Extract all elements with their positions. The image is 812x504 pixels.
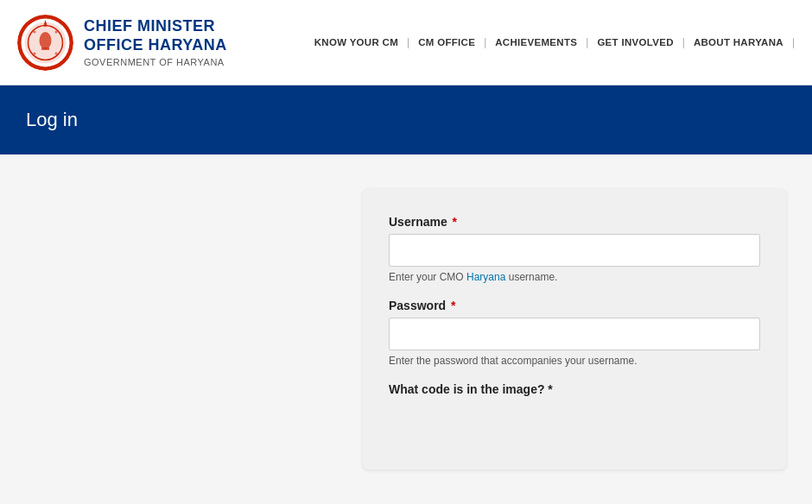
svg-rect-5: [41, 47, 49, 50]
password-group: Password * Enter the password that accom…: [389, 299, 760, 367]
org-title: CHIEF MINISTER OFFICE HARYANA: [84, 17, 227, 54]
captcha-question: What code is in the image? *: [389, 382, 760, 396]
nav-sep-5: |: [792, 36, 795, 48]
password-input[interactable]: [389, 318, 760, 350]
site-header: CHIEF MINISTER OFFICE HARYANA GOVERNMENT…: [0, 0, 812, 85]
emblem-logo: [17, 15, 73, 71]
login-form-container: Username * Enter your CMO Haryana userna…: [363, 189, 786, 469]
nav-about-haryana[interactable]: ABOUT HARYANA: [685, 37, 792, 47]
username-group: Username * Enter your CMO Haryana userna…: [389, 215, 760, 283]
username-input[interactable]: [389, 234, 760, 267]
nav-know-cm[interactable]: KNOW YOUR CM: [306, 37, 407, 47]
svg-point-7: [44, 23, 48, 27]
svg-point-10: [34, 52, 36, 54]
main-content: Username * Enter your CMO Haryana userna…: [0, 154, 812, 504]
username-label: Username *: [389, 215, 760, 229]
haryana-link[interactable]: Haryana: [466, 271, 505, 283]
captcha-group: What code is in the image? *: [389, 382, 760, 396]
main-nav: KNOW YOUR CM | CM OFFICE | ACHIEVEMENTS …: [306, 36, 795, 48]
svg-point-4: [40, 32, 52, 49]
org-text: CHIEF MINISTER OFFICE HARYANA GOVERNMENT…: [84, 17, 227, 66]
page-banner: Log in: [0, 85, 812, 154]
nav-get-involved[interactable]: GET INVOLVED: [588, 37, 682, 47]
logo-area: CHIEF MINISTER OFFICE HARYANA GOVERNMENT…: [17, 15, 259, 71]
username-hint: Enter your CMO Haryana username.: [389, 271, 760, 283]
page-title: Log in: [26, 109, 78, 131]
captcha-required: *: [544, 382, 552, 396]
nav-achievements[interactable]: ACHIEVEMENTS: [486, 37, 586, 47]
nav-cm-office[interactable]: CM OFFICE: [409, 37, 484, 47]
svg-point-8: [34, 30, 36, 33]
username-required: *: [449, 215, 457, 229]
org-subtitle: GOVERNMENT OF HARYANA: [84, 57, 227, 67]
password-hint: Enter the password that accompanies your…: [389, 355, 760, 367]
password-required: *: [447, 299, 455, 312]
password-label: Password *: [389, 299, 760, 312]
svg-point-9: [55, 30, 58, 33]
svg-point-11: [55, 52, 58, 54]
